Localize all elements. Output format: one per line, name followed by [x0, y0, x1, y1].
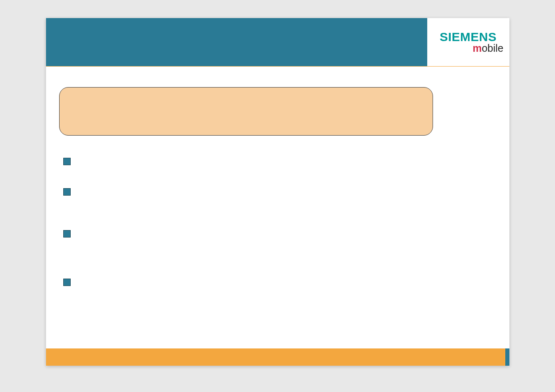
list-item	[63, 278, 498, 287]
list-item	[63, 229, 498, 238]
list-item	[63, 187, 498, 196]
logo-mobile-wordmark: mobile	[472, 42, 503, 54]
bullet-square-icon	[63, 158, 71, 165]
bullet-square-icon	[63, 279, 71, 286]
logo-siemens-wordmark: SIEMENS	[440, 31, 497, 43]
bullet-list	[63, 157, 498, 287]
callout-box	[59, 87, 433, 136]
logo-mobile-m: m	[472, 42, 481, 54]
logo-mobile-rest: obile	[482, 42, 504, 54]
header-divider	[46, 66, 509, 67]
slide-content	[46, 67, 509, 287]
bullet-square-icon	[63, 230, 71, 238]
header-teal-band	[46, 18, 427, 67]
siemens-logo: SIEMENS mobile	[427, 18, 509, 67]
list-item	[63, 157, 498, 166]
bullet-square-icon	[63, 188, 71, 196]
slide: SIEMENS mobile	[46, 18, 509, 366]
slide-footer-band	[46, 348, 509, 366]
slide-header: SIEMENS mobile	[46, 18, 509, 67]
